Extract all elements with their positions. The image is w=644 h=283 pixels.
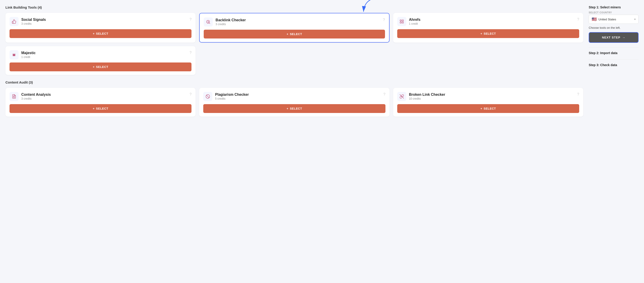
plus-icon: + (93, 65, 94, 69)
help-icon[interactable]: ? (577, 17, 579, 21)
tool-name: Plagiarism Checker (215, 93, 249, 97)
tool-credits: 10 credits (409, 97, 445, 100)
tool-text: Majestic 1 credit (21, 51, 36, 59)
tool-text: Social Signals 3 credits (21, 18, 46, 25)
help-icon[interactable]: ? (190, 17, 192, 21)
tool-info: M Majestic 1 credit (10, 50, 36, 59)
tool-credits: 3 credits (216, 23, 246, 26)
help-icon[interactable]: ? (190, 51, 192, 55)
tool-info: Social Signals 3 credits (10, 17, 46, 26)
select-plagiarism-checker-button[interactable]: + SELECT (203, 104, 385, 113)
plus-icon: + (480, 32, 482, 35)
tool-credits: 1 credit (409, 22, 420, 25)
backlink-checker-wrapper: Backlink Checker 3 credits ? + SELECT (199, 13, 389, 42)
next-step-arrow-icon: → (622, 36, 626, 39)
tool-card-header: Content Analysis 3 credits ? (10, 92, 192, 101)
help-icon[interactable]: ? (383, 18, 385, 22)
plus-icon: + (480, 107, 482, 110)
choose-tools-text: Choose tools on the left. (589, 26, 638, 29)
country-select-label: SELECT COUNTRY (589, 11, 638, 14)
tool-info: Ahrefs 1 credit (397, 17, 420, 26)
country-name: United States (598, 18, 632, 21)
next-step-button[interactable]: NEXT STEP → (589, 32, 638, 43)
help-icon[interactable]: ? (384, 92, 386, 96)
tool-text: Backlink Checker 3 credits (216, 18, 246, 26)
tool-info: Broken Link Checker 10 credits (397, 92, 445, 101)
step-separator-1 (589, 47, 638, 47)
svg-text:M: M (13, 53, 15, 57)
tool-info: Backlink Checker 3 credits (204, 17, 246, 26)
plus-icon: + (287, 107, 288, 110)
content-audit-grid: Content Analysis 3 credits ? + SELECT (6, 88, 583, 117)
country-select-box[interactable]: 🇺🇸 United States ▾ (589, 15, 638, 24)
tool-credits: 3 credits (21, 97, 51, 100)
svg-rect-7 (402, 22, 403, 23)
tool-name: Ahrefs (409, 18, 420, 22)
backlink-checker-icon (204, 17, 213, 26)
tool-credits: 3 credits (21, 22, 46, 25)
step-separator-2 (589, 59, 638, 59)
tool-name: Social Signals (21, 18, 46, 22)
select-majestic-button[interactable]: + SELECT (10, 62, 192, 71)
majestic-icon: M (10, 50, 18, 59)
tool-text: Plagiarism Checker 5 credits (215, 93, 249, 100)
tool-credits: 1 credit (21, 55, 36, 59)
link-building-grid: Social Signals 3 credits ? + SELECT (6, 13, 583, 75)
sidebar-step-2: Step 2: Import data (589, 51, 638, 55)
plus-icon: + (287, 32, 288, 36)
svg-rect-5 (402, 20, 403, 21)
tool-card-header: Ahrefs 1 credit ? (397, 17, 579, 26)
tool-card-social-signals: Social Signals 3 credits ? + SELECT (6, 13, 196, 42)
svg-line-13 (206, 95, 209, 98)
tool-card-header: M Majestic 1 credit ? (10, 50, 192, 59)
tool-text: Broken Link Checker 10 credits (409, 93, 445, 100)
tool-card-header: Backlink Checker 3 credits ? (204, 17, 385, 26)
ahrefs-icon (397, 17, 406, 26)
plus-icon: + (93, 107, 94, 110)
tool-card-backlink-checker: Backlink Checker 3 credits ? + SELECT (199, 13, 389, 42)
next-step-label: NEXT STEP (602, 36, 620, 39)
step2-title: Step 2: Import data (589, 51, 638, 55)
help-icon[interactable]: ? (190, 92, 192, 96)
svg-rect-6 (400, 22, 401, 23)
select-ahrefs-button[interactable]: + SELECT (397, 29, 579, 38)
tool-info: Content Analysis 3 credits (10, 92, 51, 101)
content-audit-section: Content Audit (3) (6, 80, 583, 117)
social-signals-icon (10, 17, 18, 26)
tool-card-majestic: M Majestic 1 credit ? + SELECT (6, 46, 196, 75)
sidebar: Step 1: Select miners SELECT COUNTRY 🇺🇸 … (589, 5, 638, 278)
plus-icon: + (93, 32, 94, 35)
tool-credits: 5 credits (215, 97, 249, 100)
country-select-wrapper: SELECT COUNTRY 🇺🇸 United States ▾ (589, 11, 638, 24)
tool-text: Ahrefs 1 credit (409, 18, 420, 25)
content-audit-title: Content Audit (3) (6, 80, 583, 84)
tool-card-plagiarism-checker: Plagiarism Checker 5 credits ? + SELECT (199, 88, 389, 117)
sidebar-step-3: Step 3: Check data (589, 63, 638, 67)
content-analysis-icon (10, 92, 18, 101)
broken-link-checker-icon (397, 92, 406, 101)
step1-title: Step 1: Select miners (589, 5, 638, 9)
link-building-title: Link Building Tools (4) (6, 5, 583, 9)
select-backlink-checker-button[interactable]: + SELECT (204, 30, 385, 38)
select-broken-link-checker-button[interactable]: + SELECT (397, 104, 579, 113)
chevron-down-icon: ▾ (634, 18, 636, 21)
main-content: Link Building Tools (4) (6, 5, 583, 278)
select-content-analysis-button[interactable]: + SELECT (10, 104, 192, 113)
country-flag: 🇺🇸 (592, 17, 597, 22)
tool-name: Content Analysis (21, 93, 51, 97)
plagiarism-checker-icon (203, 92, 212, 101)
tool-name: Broken Link Checker (409, 93, 445, 97)
tool-card-header: Social Signals 3 credits ? (10, 17, 192, 26)
help-icon[interactable]: ? (577, 92, 579, 96)
tool-card-header: Plagiarism Checker 5 credits ? (203, 92, 385, 101)
svg-point-11 (14, 96, 14, 96)
tool-card-header: Broken Link Checker 10 credits ? (397, 92, 579, 101)
sidebar-step-1: Step 1: Select miners SELECT COUNTRY 🇺🇸 … (589, 5, 638, 43)
select-social-signals-button[interactable]: + SELECT (10, 29, 192, 38)
step3-title: Step 3: Check data (589, 63, 638, 67)
tool-text: Content Analysis 3 credits (21, 93, 51, 100)
tool-name: Backlink Checker (216, 18, 246, 22)
link-building-section: Link Building Tools (4) (6, 5, 583, 75)
svg-rect-4 (400, 20, 401, 21)
tool-card-content-analysis: Content Analysis 3 credits ? + SELECT (6, 88, 196, 117)
